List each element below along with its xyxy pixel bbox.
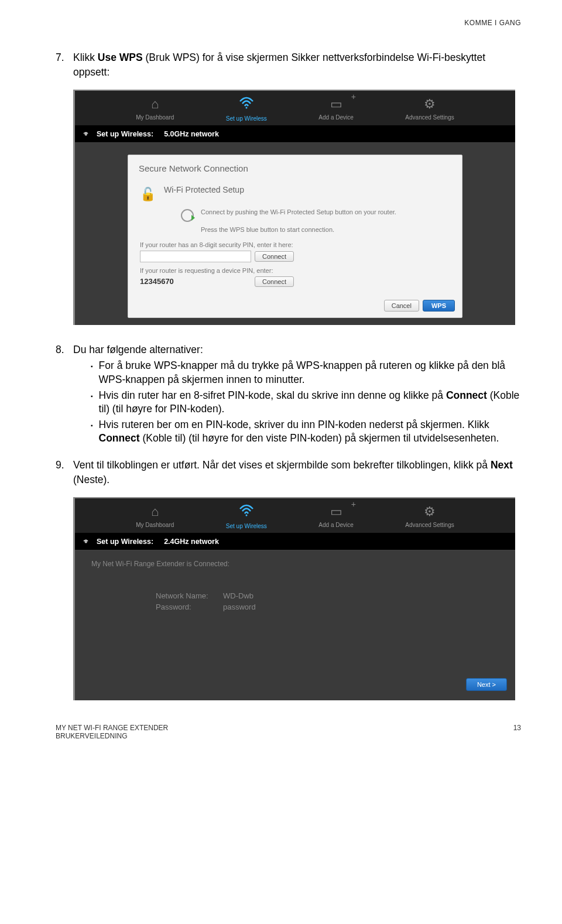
gear-icon: ⚙ (405, 97, 454, 112)
password-value: password (223, 603, 256, 611)
card-title: Secure Network Connection (128, 155, 462, 180)
next-button[interactable]: Next > (466, 678, 507, 691)
add-device-icon: ▭+ (318, 504, 353, 519)
footer-product: MY NET WI-FI RANGE EXTENDER (56, 724, 168, 732)
router-pin-input[interactable] (140, 251, 251, 262)
device-pin: 12345670 (140, 277, 251, 286)
nav-wireless[interactable]: Set up Wireless (226, 504, 267, 529)
screenshot-connected: ⌂ My Dashboard Set up Wireless ▭+ Add a … (73, 497, 515, 700)
nav-advanced[interactable]: ⚙ Advanced Settings (405, 504, 454, 529)
nav-dashboard[interactable]: ⌂ My Dashboard (136, 97, 174, 122)
page-footer: MY NET WI-FI RANGE EXTENDER BRUKERVEILED… (56, 724, 521, 740)
step-intro: Du har følgende alternativer: (73, 343, 521, 357)
step-text: Klikk Use WPS (Bruk WPS) for å vise skje… (73, 50, 521, 79)
home-icon: ⌂ (136, 97, 174, 112)
lock-icon: 🔓 (140, 187, 156, 202)
bullet-1: For å bruke WPS-knapper må du trykke på … (91, 359, 521, 386)
connect-button-1[interactable]: Connect (255, 251, 294, 262)
nav-wireless[interactable]: Set up Wireless (226, 97, 267, 122)
pin-prompt-1: If your router has an 8-digit security P… (140, 241, 450, 248)
wifi-icon (226, 504, 267, 521)
wps-push-text: Connect by pushing the Wi-Fi Protected S… (201, 208, 396, 217)
step-text: Vent til tilkoblingen er utført. Når det… (73, 458, 521, 487)
wps-title: Wi-Fi Protected Setup (164, 185, 244, 194)
bullet-2: Hvis din ruter har en 8-sifret PIN-kode,… (91, 389, 521, 416)
connect-button-2[interactable]: Connect (255, 276, 294, 287)
wps-card: Secure Network Connection 🔓 Wi-Fi Protec… (128, 155, 462, 318)
screenshot-wps: ⌂ My Dashboard Set up Wireless ▭+ Add a … (73, 90, 515, 325)
page-number: 13 (513, 724, 521, 740)
bullet-3: Hvis ruteren ber om en PIN-kode, skriver… (91, 418, 521, 446)
refresh-icon (181, 209, 194, 222)
pin-prompt-2: If your router is requesting a device PI… (140, 267, 450, 274)
top-nav: ⌂ My Dashboard Set up Wireless ▭+ Add a … (75, 498, 515, 533)
section-header: KOMME I GANG (56, 19, 521, 27)
nav-add-device[interactable]: ▭+ Add a Device (318, 504, 353, 529)
subheader: ᯤ Set up Wireless: 2.4GHz network (75, 533, 515, 550)
nav-dashboard[interactable]: ⌂ My Dashboard (136, 504, 174, 529)
add-device-icon: ▭+ (318, 97, 353, 112)
wps-button[interactable]: WPS (423, 300, 455, 312)
step-number: 9. (56, 458, 73, 487)
network-name-value: WD-Dwb (223, 591, 253, 600)
svg-point-0 (245, 107, 247, 109)
wps-press-text: Press the WPS blue button to start conne… (201, 225, 334, 234)
password-row: Password: password (156, 603, 507, 611)
gear-icon: ⚙ (405, 504, 454, 519)
home-icon: ⌂ (136, 504, 174, 519)
top-nav: ⌂ My Dashboard Set up Wireless ▭+ Add a … (75, 91, 515, 125)
step-8: 8. Du har følgende alternativer: For å b… (56, 343, 521, 447)
svg-point-1 (245, 515, 247, 516)
network-name-row: Network Name: WD-Dwb (156, 591, 507, 600)
step-number: 7. (56, 50, 73, 79)
subheader: ᯤ Set up Wireless: 5.0GHz network (75, 125, 515, 143)
connected-status: My Net Wi-Fi Range Extender is Connected… (91, 560, 507, 568)
nav-advanced[interactable]: ⚙ Advanced Settings (405, 97, 454, 122)
nav-add-device[interactable]: ▭+ Add a Device (318, 97, 353, 122)
wifi-small-icon: ᯤ (83, 537, 91, 546)
step-7: 7. Klikk Use WPS (Bruk WPS) for å vise s… (56, 50, 521, 79)
wifi-icon (226, 97, 267, 113)
step-9: 9. Vent til tilkoblingen er utført. Når … (56, 458, 521, 487)
footer-doc-type: BRUKERVEILEDNING (56, 732, 168, 740)
step-number: 8. (56, 343, 73, 447)
wifi-small-icon: ᯤ (83, 129, 91, 138)
cancel-button[interactable]: Cancel (384, 300, 419, 312)
